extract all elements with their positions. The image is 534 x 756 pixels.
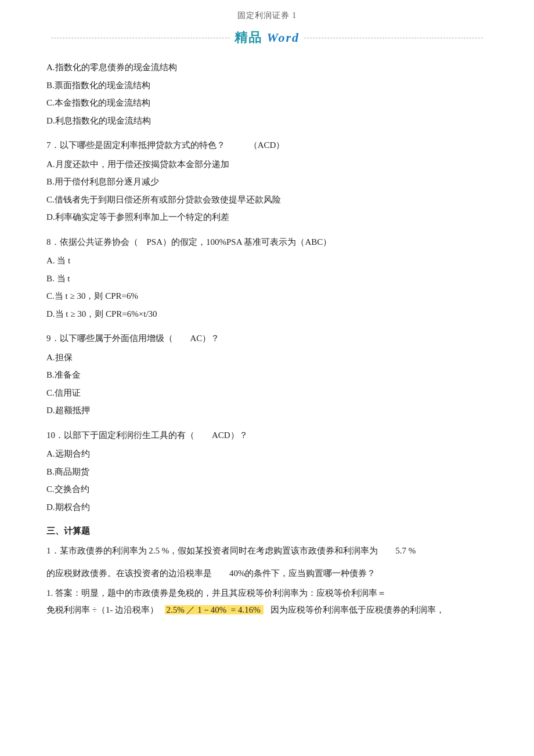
option-a1: A.指数化的零息债券的现金流结构 bbox=[46, 59, 488, 76]
calc-q1-line2: 的应税财政债券。在该投资者的边沿税率是 40%的条件下，应当购置哪一种债券？ bbox=[46, 565, 488, 582]
answer-1-after: 因为应税等价利润率低于应税债券的利润率， bbox=[270, 605, 445, 614]
q7-options: A.月度还款中，用于偿还按揭贷款本金部分递加 B.用于偿付利息部分逐月减少 C.… bbox=[46, 156, 488, 226]
option-b1: B.票面指数化的现金流结构 bbox=[46, 77, 488, 94]
answer-1-formula-line: 免税利润率 ÷（1- 边沿税率） 2.5% ／ 1－40% = 4.16% 因为… bbox=[46, 602, 488, 618]
q8-option-a: A. 当 t bbox=[46, 252, 488, 269]
brand-word: Word bbox=[267, 30, 300, 45]
q9-option-c: C.信用证 bbox=[46, 385, 488, 401]
options-group1: A.指数化的零息债券的现金流结构 B.票面指数化的现金流结构 C.本金指数化的现… bbox=[46, 59, 488, 129]
question-7: 7．以下哪些是固定利率抵押贷款方式的特色？ （ACD） bbox=[46, 137, 488, 154]
calc-q1: 1．某市政债券的利润率为 2.5 %，假如某投资者同时在考虑购置该市政债券和利润… bbox=[46, 542, 488, 559]
q9-option-a: A.担保 bbox=[46, 349, 488, 366]
q9-options: A.担保 B.准备金 C.信用证 D.超额抵押 bbox=[46, 349, 488, 419]
question-10: 10．以部下于固定利润衍生工具的有（ ACD）？ bbox=[46, 427, 488, 444]
q10-option-a: A.远期合约 bbox=[46, 446, 488, 462]
page-title: 固定利润证券 1 bbox=[46, 10, 488, 21]
q9-option-b: B.准备金 bbox=[46, 367, 488, 384]
q10-options: A.远期合约 B.商品期货 C.交换合约 D.期权合约 bbox=[46, 446, 488, 515]
q7-answer: （ACD） bbox=[249, 140, 285, 150]
q10-option-b: B.商品期货 bbox=[46, 464, 488, 480]
q10-option-c: C.交换合约 bbox=[46, 481, 488, 498]
q7-option-b: B.用于偿付利息部分逐月减少 bbox=[46, 173, 488, 190]
formula-label: 免税利润率 ÷（1- 边沿税率） bbox=[46, 605, 158, 614]
q9-option-d: D.超额抵押 bbox=[46, 402, 488, 419]
brand-banner: 精品 Word bbox=[46, 29, 488, 46]
q7-option-a: A.月度还款中，用于偿还按揭贷款本金部分递加 bbox=[46, 156, 488, 173]
q8-options: A. 当 t B. 当 t C.当 t ≥ 30，则 CPR=6% D.当 t … bbox=[46, 252, 488, 322]
q8-option-d: D.当 t ≥ 30，则 CPR=6%×t/30 bbox=[46, 306, 488, 323]
calc-q1-text2: 的应税财政债券。在该投资者的边沿税率是 bbox=[46, 569, 212, 578]
calc-q1-tax: 40%的条件下，应当购置哪一种债券？ bbox=[229, 569, 376, 578]
formula-highlighted: 2.5% ／ 1－40% = 4.16% bbox=[165, 605, 264, 614]
dashed-line-right bbox=[304, 38, 483, 38]
q8-option-c: C.当 t ≥ 30，则 CPR=6% bbox=[46, 288, 488, 305]
formula-fraction: ／ 1－40% bbox=[186, 605, 226, 614]
section3-title: 三、计算题 bbox=[46, 526, 488, 537]
option-c1: C.本金指数化的现金流结构 bbox=[46, 95, 488, 111]
q7-text: 7．以下哪些是固定利率抵押贷款方式的特色？ bbox=[46, 140, 225, 150]
question-8: 8．依据公共证券协会（ PSA）的假定，100%PSA 基准可表示为（ABC） bbox=[46, 234, 488, 251]
q10-text: 10．以部下于固定利润衍生工具的有（ ACD）？ bbox=[46, 431, 248, 440]
dashed-line-left bbox=[51, 38, 230, 38]
calc-q1-text1: 1．某市政债券的利润率为 2.5 %，假如某投资者同时在考虑购置该市政债券和利润… bbox=[46, 546, 378, 555]
q7-option-d: D.利率确实定等于参照利率加上一个特定的利差 bbox=[46, 209, 488, 226]
brand-prefix: 精品 bbox=[234, 30, 262, 45]
q8-text: 8．依据公共证券协会（ PSA）的假定，100%PSA 基准可表示为（ABC） bbox=[46, 237, 331, 247]
calc-q1-rate: 5.7 % bbox=[395, 546, 416, 555]
option-d1: D.利息指数化的现金流结构 bbox=[46, 113, 488, 129]
brand-text: 精品 Word bbox=[234, 29, 300, 46]
answer-block-1: 1. 答案：明显，题中的市政债券是免税的，并且其应税等价利润率为：应税等价利润率… bbox=[46, 585, 488, 618]
q9-text: 9．以下哪些属于外面信用增级（ AC）？ bbox=[46, 334, 219, 343]
q10-option-d: D.期权合约 bbox=[46, 499, 488, 516]
page-container: 固定利润证券 1 精品 Word A.指数化的零息债券的现金流结构 B.票面指数… bbox=[0, 0, 534, 756]
q7-option-c: C.借钱者先于到期日偿还所有或部分贷款会致使提早还款风险 bbox=[46, 191, 488, 208]
q8-option-b: B. 当 t bbox=[46, 270, 488, 287]
question-9: 9．以下哪些属于外面信用增级（ AC）？ bbox=[46, 330, 488, 347]
answer-1-text: 1. 答案：明显，题中的市政债券是免税的，并且其应税等价利润率为：应税等价利润率… bbox=[46, 585, 488, 602]
